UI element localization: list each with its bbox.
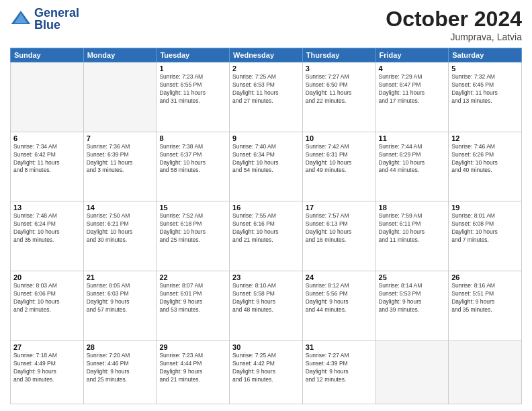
calendar-cell: 6Sunrise: 7:34 AM Sunset: 6:42 PM Daylig… <box>11 132 84 201</box>
weekday-header: Tuesday <box>157 48 230 62</box>
day-number: 5 <box>451 64 519 73</box>
calendar-cell: 31Sunrise: 7:27 AM Sunset: 4:39 PM Dayli… <box>302 340 375 404</box>
calendar-cell: 15Sunrise: 7:52 AM Sunset: 6:18 PM Dayli… <box>157 201 230 271</box>
day-number: 3 <box>306 64 373 73</box>
calendar-week-row: 6Sunrise: 7:34 AM Sunset: 6:42 PM Daylig… <box>11 132 522 201</box>
weekday-header: Saturday <box>449 48 522 62</box>
day-number: 22 <box>159 273 226 281</box>
day-number: 11 <box>379 134 446 142</box>
calendar-cell: 22Sunrise: 8:07 AM Sunset: 6:01 PM Dayli… <box>157 271 230 341</box>
weekday-header-row: SundayMondayTuesdayWednesdayThursdayFrid… <box>11 48 522 62</box>
day-info: Sunrise: 8:10 AM Sunset: 5:58 PM Dayligh… <box>232 282 300 314</box>
page: General Blue October 2024 Jumprava, Latv… <box>0 0 532 411</box>
logo-line2: Blue <box>34 19 79 31</box>
calendar-cell: 18Sunrise: 7:59 AM Sunset: 6:11 PM Dayli… <box>375 201 449 271</box>
day-number: 4 <box>379 64 446 73</box>
day-number: 9 <box>232 134 300 142</box>
day-number: 1 <box>159 64 226 73</box>
day-info: Sunrise: 7:20 AM Sunset: 4:46 PM Dayligh… <box>87 352 154 384</box>
logo-line1: General <box>34 7 79 19</box>
day-number: 27 <box>13 343 81 351</box>
calendar-cell: 23Sunrise: 8:10 AM Sunset: 5:58 PM Dayli… <box>230 271 303 341</box>
weekday-header: Wednesday <box>230 48 303 62</box>
calendar-cell <box>83 62 157 132</box>
calendar-cell: 13Sunrise: 7:48 AM Sunset: 6:24 PM Dayli… <box>11 201 84 271</box>
day-number: 26 <box>451 273 519 281</box>
calendar-cell: 26Sunrise: 8:16 AM Sunset: 5:51 PM Dayli… <box>449 271 522 341</box>
calendar-cell: 21Sunrise: 8:05 AM Sunset: 6:03 PM Dayli… <box>83 271 157 341</box>
calendar-cell: 12Sunrise: 7:46 AM Sunset: 6:26 PM Dayli… <box>449 132 522 201</box>
day-info: Sunrise: 8:12 AM Sunset: 5:56 PM Dayligh… <box>306 282 373 314</box>
calendar-cell: 4Sunrise: 7:29 AM Sunset: 6:47 PM Daylig… <box>375 62 449 132</box>
calendar-cell: 7Sunrise: 7:36 AM Sunset: 6:39 PM Daylig… <box>83 132 157 201</box>
day-info: Sunrise: 7:18 AM Sunset: 4:49 PM Dayligh… <box>13 352 81 384</box>
day-info: Sunrise: 7:50 AM Sunset: 6:21 PM Dayligh… <box>87 212 154 244</box>
location: Jumprava, Latvia <box>386 32 522 42</box>
day-info: Sunrise: 7:34 AM Sunset: 6:42 PM Dayligh… <box>13 143 81 175</box>
calendar-cell: 29Sunrise: 7:23 AM Sunset: 4:44 PM Dayli… <box>157 340 230 404</box>
calendar-cell <box>11 62 84 132</box>
day-number: 30 <box>232 343 300 351</box>
title-block: October 2024 Jumprava, Latvia <box>386 7 522 42</box>
day-number: 20 <box>13 273 81 281</box>
day-info: Sunrise: 7:27 AM Sunset: 4:39 PM Dayligh… <box>306 352 373 384</box>
calendar-cell: 25Sunrise: 8:14 AM Sunset: 5:53 PM Dayli… <box>375 271 449 341</box>
calendar-cell: 20Sunrise: 8:03 AM Sunset: 6:06 PM Dayli… <box>11 271 84 341</box>
day-info: Sunrise: 7:40 AM Sunset: 6:34 PM Dayligh… <box>232 143 300 175</box>
calendar-cell: 27Sunrise: 7:18 AM Sunset: 4:49 PM Dayli… <box>11 340 84 404</box>
day-number: 10 <box>306 134 373 142</box>
day-info: Sunrise: 7:46 AM Sunset: 6:26 PM Dayligh… <box>451 143 519 175</box>
logo-icon <box>10 8 32 30</box>
calendar-week-row: 27Sunrise: 7:18 AM Sunset: 4:49 PM Dayli… <box>11 340 522 404</box>
day-info: Sunrise: 7:59 AM Sunset: 6:11 PM Dayligh… <box>379 212 446 244</box>
day-info: Sunrise: 7:32 AM Sunset: 6:45 PM Dayligh… <box>451 73 519 105</box>
calendar: SundayMondayTuesdayWednesdayThursdayFrid… <box>10 48 522 404</box>
logo: General Blue <box>10 7 79 31</box>
calendar-week-row: 13Sunrise: 7:48 AM Sunset: 6:24 PM Dayli… <box>11 201 522 271</box>
calendar-cell: 24Sunrise: 8:12 AM Sunset: 5:56 PM Dayli… <box>302 271 375 341</box>
day-info: Sunrise: 8:14 AM Sunset: 5:53 PM Dayligh… <box>379 282 446 314</box>
day-number: 12 <box>451 134 519 142</box>
day-number: 23 <box>232 273 300 281</box>
month-title: October 2024 <box>386 7 522 32</box>
day-info: Sunrise: 7:25 AM Sunset: 6:53 PM Dayligh… <box>232 73 300 105</box>
calendar-week-row: 20Sunrise: 8:03 AM Sunset: 6:06 PM Dayli… <box>11 271 522 341</box>
calendar-cell: 11Sunrise: 7:44 AM Sunset: 6:29 PM Dayli… <box>375 132 449 201</box>
day-info: Sunrise: 8:05 AM Sunset: 6:03 PM Dayligh… <box>87 282 154 314</box>
day-number: 17 <box>306 203 373 212</box>
day-number: 15 <box>159 203 226 212</box>
weekday-header: Monday <box>83 48 157 62</box>
calendar-cell: 30Sunrise: 7:25 AM Sunset: 4:42 PM Dayli… <box>230 340 303 404</box>
day-info: Sunrise: 7:23 AM Sunset: 6:55 PM Dayligh… <box>159 73 226 105</box>
day-info: Sunrise: 7:23 AM Sunset: 4:44 PM Dayligh… <box>159 352 226 384</box>
day-number: 7 <box>87 134 154 142</box>
day-info: Sunrise: 7:55 AM Sunset: 6:16 PM Dayligh… <box>232 212 300 244</box>
calendar-cell: 2Sunrise: 7:25 AM Sunset: 6:53 PM Daylig… <box>230 62 303 132</box>
day-number: 24 <box>306 273 373 281</box>
day-number: 8 <box>159 134 226 142</box>
weekday-header: Sunday <box>11 48 84 62</box>
calendar-cell: 10Sunrise: 7:42 AM Sunset: 6:31 PM Dayli… <box>302 132 375 201</box>
calendar-cell: 14Sunrise: 7:50 AM Sunset: 6:21 PM Dayli… <box>83 201 157 271</box>
weekday-header: Thursday <box>302 48 375 62</box>
weekday-header: Friday <box>375 48 449 62</box>
calendar-cell: 19Sunrise: 8:01 AM Sunset: 6:08 PM Dayli… <box>449 201 522 271</box>
calendar-cell: 8Sunrise: 7:38 AM Sunset: 6:37 PM Daylig… <box>157 132 230 201</box>
calendar-cell: 16Sunrise: 7:55 AM Sunset: 6:16 PM Dayli… <box>230 201 303 271</box>
calendar-cell: 3Sunrise: 7:27 AM Sunset: 6:50 PM Daylig… <box>302 62 375 132</box>
day-info: Sunrise: 7:38 AM Sunset: 6:37 PM Dayligh… <box>159 143 226 175</box>
day-number: 31 <box>306 343 373 351</box>
day-number: 21 <box>87 273 154 281</box>
day-number: 19 <box>451 203 519 212</box>
day-info: Sunrise: 7:27 AM Sunset: 6:50 PM Dayligh… <box>306 73 373 105</box>
logo-text: General Blue <box>34 7 79 31</box>
day-info: Sunrise: 7:42 AM Sunset: 6:31 PM Dayligh… <box>306 143 373 175</box>
calendar-cell <box>449 340 522 404</box>
day-info: Sunrise: 8:07 AM Sunset: 6:01 PM Dayligh… <box>159 282 226 314</box>
day-info: Sunrise: 8:03 AM Sunset: 6:06 PM Dayligh… <box>13 282 81 314</box>
day-info: Sunrise: 8:01 AM Sunset: 6:08 PM Dayligh… <box>451 212 519 244</box>
day-number: 25 <box>379 273 446 281</box>
day-info: Sunrise: 8:16 AM Sunset: 5:51 PM Dayligh… <box>451 282 519 314</box>
day-number: 29 <box>159 343 226 351</box>
day-info: Sunrise: 7:36 AM Sunset: 6:39 PM Dayligh… <box>87 143 154 175</box>
